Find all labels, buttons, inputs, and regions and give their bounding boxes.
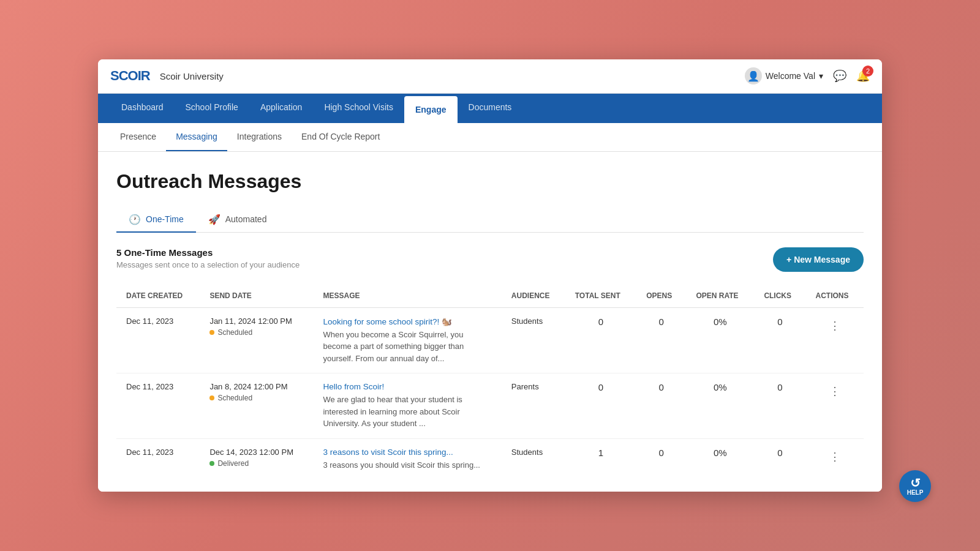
table-row: Dec 11, 2023 Dec 14, 2023 12:00 PM Deliv… xyxy=(116,438,864,479)
messages-header: 5 One-Time Messages Messages sent once t… xyxy=(116,247,864,272)
notification-badge: 2 xyxy=(862,66,873,77)
top-bar-actions: 👤 Welcome Val ▾ 💬 🔔 2 xyxy=(745,67,870,84)
nav-item-application[interactable]: Application xyxy=(249,94,314,123)
cell-message-1: Hello from Scoir! We are glad to hear th… xyxy=(313,373,501,439)
status-label-1: Scheduled xyxy=(217,394,252,402)
col-header-date-created: DATE CREATED xyxy=(116,284,200,308)
cell-total-sent-0: 0 xyxy=(565,307,636,373)
col-header-message: MESSAGE xyxy=(313,284,501,308)
help-icon: ↺ xyxy=(910,477,921,489)
cell-open-rate-0: 0% xyxy=(686,307,754,373)
cell-actions-1: ⋮ xyxy=(806,373,864,439)
help-label: HELP xyxy=(907,489,924,496)
messages-table: DATE CREATED SEND DATE MESSAGE AUDIENCE … xyxy=(116,284,864,480)
cell-open-rate-1: 0% xyxy=(686,373,754,439)
row-actions-menu-1[interactable]: ⋮ xyxy=(824,382,845,400)
cell-opens-0: 0 xyxy=(636,307,686,373)
cell-audience-2: Students xyxy=(502,438,565,479)
status-dot-0 xyxy=(209,330,214,335)
col-header-open-rate: OPEN RATE xyxy=(686,284,754,308)
nav-item-dashboard[interactable]: Dashboard xyxy=(110,94,175,123)
nav-item-high-school-visits[interactable]: High School Visits xyxy=(313,94,404,123)
main-nav: Dashboard School Profile Application Hig… xyxy=(98,94,882,123)
cell-open-rate-2: 0% xyxy=(686,438,754,479)
notifications-button[interactable]: 🔔 2 xyxy=(856,69,870,83)
message-preview-2: 3 reasons you should visit Scoir this sp… xyxy=(323,459,491,471)
table-row: Dec 11, 2023 Jan 11, 2024 12:00 PM Sched… xyxy=(116,307,864,373)
cell-message-0: Looking for some school spirit?! 🐿️ When… xyxy=(313,307,501,373)
tab-one-time[interactable]: 🕐 One-Time xyxy=(116,208,196,233)
status-dot-2 xyxy=(209,461,214,466)
sub-nav-presence[interactable]: Presence xyxy=(110,123,166,151)
cell-audience-0: Students xyxy=(502,307,565,373)
col-header-send-date: SEND DATE xyxy=(200,284,313,308)
university-name: Scoir University xyxy=(160,71,745,81)
tab-one-time-label: One-Time xyxy=(146,214,184,224)
cell-clicks-0: 0 xyxy=(754,307,805,373)
cell-actions-0: ⋮ xyxy=(806,307,864,373)
status-label-2: Delivered xyxy=(217,459,249,468)
nav-item-school-profile[interactable]: School Profile xyxy=(175,94,249,123)
help-button[interactable]: ↺ HELP xyxy=(899,470,931,502)
cell-date-created-2: Dec 11, 2023 xyxy=(116,438,200,479)
cell-actions-2: ⋮ xyxy=(806,438,864,479)
cell-send-date-0: Jan 11, 2024 12:00 PM Scheduled xyxy=(200,307,313,373)
cell-message-2: 3 reasons to visit Scoir this spring... … xyxy=(313,438,501,479)
col-header-total-sent: TOTAL SENT xyxy=(565,284,636,308)
messages-meta: 5 One-Time Messages Messages sent once t… xyxy=(116,247,300,269)
sub-nav-integrations[interactable]: Integrations xyxy=(227,123,292,151)
col-header-opens: OPENS xyxy=(636,284,686,308)
user-menu[interactable]: 👤 Welcome Val ▾ xyxy=(745,67,823,84)
clock-icon: 🕐 xyxy=(129,214,141,225)
tab-automated[interactable]: 🚀 Automated xyxy=(196,208,279,233)
sub-nav: Presence Messaging Integrations End Of C… xyxy=(98,123,882,152)
main-content: Outreach Messages 🕐 One-Time 🚀 Automated… xyxy=(98,152,882,492)
cell-date-created-0: Dec 11, 2023 xyxy=(116,307,200,373)
chat-button[interactable]: 💬 xyxy=(833,69,846,83)
cell-total-sent-2: 1 xyxy=(565,438,636,479)
welcome-label: Welcome Val xyxy=(766,71,815,81)
user-avatar-icon: 👤 xyxy=(745,67,762,84)
cell-audience-1: Parents xyxy=(502,373,565,439)
cell-date-created-1: Dec 11, 2023 xyxy=(116,373,200,439)
nav-item-engage[interactable]: Engage xyxy=(404,96,458,123)
messages-description: Messages sent once to a selection of you… xyxy=(116,260,300,269)
message-title-2[interactable]: 3 reasons to visit Scoir this spring... xyxy=(323,448,491,457)
cell-opens-2: 0 xyxy=(636,438,686,479)
cell-opens-1: 0 xyxy=(636,373,686,439)
message-preview-0: When you become a Scoir Squirrel, you be… xyxy=(323,329,491,365)
cell-send-date-1: Jan 8, 2024 12:00 PM Scheduled xyxy=(200,373,313,439)
row-actions-menu-0[interactable]: ⋮ xyxy=(824,317,845,335)
message-title-0[interactable]: Looking for some school spirit?! 🐿️ xyxy=(323,317,491,326)
col-header-audience: AUDIENCE xyxy=(502,284,565,308)
messages-count: 5 One-Time Messages xyxy=(116,247,300,258)
tab-automated-label: Automated xyxy=(225,214,267,224)
cell-total-sent-1: 0 xyxy=(565,373,636,439)
table-row: Dec 11, 2023 Jan 8, 2024 12:00 PM Schedu… xyxy=(116,373,864,439)
sub-nav-messaging[interactable]: Messaging xyxy=(166,123,227,151)
app-logo: SCOIR xyxy=(110,68,150,84)
rocket-icon: 🚀 xyxy=(208,214,221,225)
col-header-clicks: CLICKS xyxy=(754,284,805,308)
message-title-1[interactable]: Hello from Scoir! xyxy=(323,382,491,391)
cell-clicks-1: 0 xyxy=(754,373,805,439)
top-bar: SCOIR Scoir University 👤 Welcome Val ▾ 💬… xyxy=(98,59,882,94)
message-type-tabs: 🕐 One-Time 🚀 Automated xyxy=(116,208,864,233)
table-header-row: DATE CREATED SEND DATE MESSAGE AUDIENCE … xyxy=(116,284,864,308)
page-title: Outreach Messages xyxy=(116,170,864,193)
chevron-down-icon: ▾ xyxy=(819,71,823,81)
cell-send-date-2: Dec 14, 2023 12:00 PM Delivered xyxy=(200,438,313,479)
col-header-actions: ACTIONS xyxy=(806,284,864,308)
message-preview-1: We are glad to hear that your student is… xyxy=(323,394,491,430)
status-label-0: Scheduled xyxy=(217,328,252,337)
status-dot-1 xyxy=(209,395,214,400)
sub-nav-end-of-cycle[interactable]: End Of Cycle Report xyxy=(292,123,390,151)
nav-item-documents[interactable]: Documents xyxy=(458,94,523,123)
cell-clicks-2: 0 xyxy=(754,438,805,479)
chat-icon: 💬 xyxy=(833,70,846,82)
row-actions-menu-2[interactable]: ⋮ xyxy=(824,448,845,466)
new-message-button[interactable]: + New Message xyxy=(773,247,864,272)
